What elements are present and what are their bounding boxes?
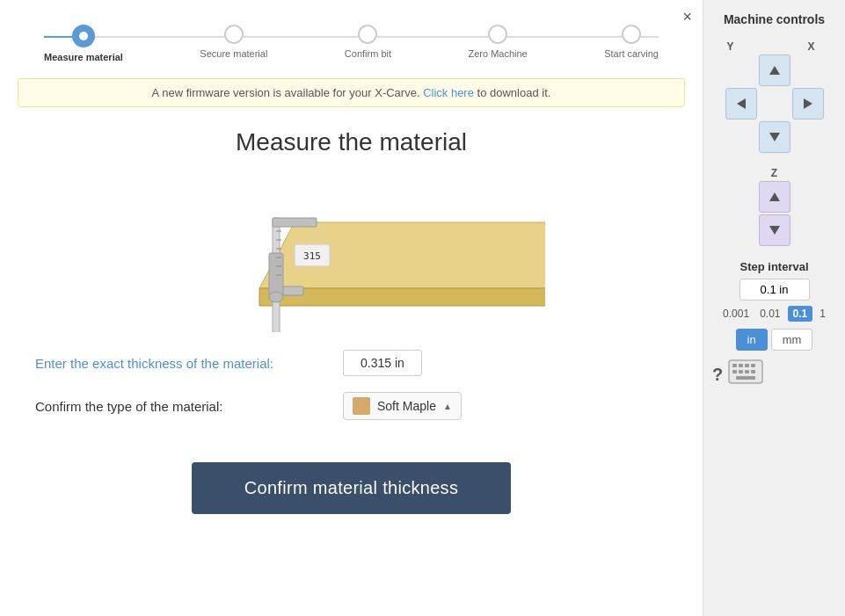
material-row: Confirm the type of the material: Soft M… xyxy=(35,392,667,420)
direction-pad xyxy=(725,54,824,153)
svg-marker-21 xyxy=(769,192,780,201)
keyboard-area: ? xyxy=(712,359,836,389)
step-label-measure: Measure material xyxy=(44,52,123,62)
step-label-carve: Start carving xyxy=(604,48,659,59)
svg-rect-28 xyxy=(732,370,737,373)
step-measure-material[interactable]: Measure material xyxy=(44,25,123,62)
empty-top-right xyxy=(792,54,824,86)
svg-marker-22 xyxy=(769,226,780,235)
machine-controls-panel: Machine controls Y X Z xyxy=(703,0,845,616)
close-button[interactable]: × xyxy=(682,9,692,25)
step-secure-material[interactable]: Secure material xyxy=(200,25,267,59)
step-start-carving[interactable]: Start carving xyxy=(604,25,659,59)
firmware-text-before: A new firmware version is available for … xyxy=(152,86,420,99)
z-section: Z xyxy=(759,167,790,246)
material-label: Confirm the type of the material: xyxy=(35,399,334,414)
step-values-row: 0.001 0.01 0.1 1 xyxy=(712,306,836,322)
form-area: Enter the exact thickness of the materia… xyxy=(0,341,703,445)
svg-rect-27 xyxy=(751,364,755,367)
unit-mm-button[interactable]: mm xyxy=(771,329,813,351)
step-val-01[interactable]: 0.1 xyxy=(788,306,813,322)
step-interval-section: Step interval 0.001 0.01 0.1 1 in mm ? xyxy=(712,260,836,389)
svg-marker-19 xyxy=(804,98,812,109)
svg-rect-5 xyxy=(273,218,317,227)
unit-in-button[interactable]: in xyxy=(736,329,768,351)
machine-controls-title: Machine controls xyxy=(724,12,825,26)
firmware-link[interactable]: Click here xyxy=(423,86,474,99)
move-right-button[interactable] xyxy=(792,88,824,120)
thickness-label-post: of the material: xyxy=(183,356,273,371)
keyboard-icon xyxy=(728,359,763,389)
svg-text:315: 315 xyxy=(303,250,321,262)
material-dropdown[interactable]: Soft Maple ▲ xyxy=(343,392,462,420)
thickness-label-highlight: exact thickness xyxy=(92,356,183,371)
z-up-button[interactable] xyxy=(759,181,790,213)
step-circle-zero xyxy=(488,25,507,44)
step-interval-label: Step interval xyxy=(712,260,836,273)
svg-point-14 xyxy=(269,292,283,302)
x-axis-label: X xyxy=(807,40,814,53)
progress-section: Measure material Secure material Confirm… xyxy=(0,0,703,71)
svg-marker-20 xyxy=(769,133,780,141)
thickness-input[interactable] xyxy=(343,350,422,376)
svg-rect-25 xyxy=(739,364,743,367)
step-val-001[interactable]: 0.01 xyxy=(756,306,783,322)
svg-rect-29 xyxy=(739,370,743,373)
step-val-0001[interactable]: 0.001 xyxy=(719,306,753,322)
caliper-svg: 315 xyxy=(158,174,545,332)
svg-marker-17 xyxy=(769,66,780,75)
svg-rect-26 xyxy=(745,364,749,367)
help-icon[interactable]: ? xyxy=(712,365,723,385)
empty-bottom-right xyxy=(792,121,824,153)
center-empty xyxy=(759,88,790,120)
material-illustration: 315 xyxy=(158,174,545,332)
step-confirm-bit[interactable]: Confirm bit xyxy=(345,25,391,59)
material-swatch xyxy=(353,397,370,415)
z-axis-label: Z xyxy=(759,167,790,179)
move-down-button[interactable] xyxy=(759,121,790,153)
move-left-button[interactable] xyxy=(725,88,757,120)
move-up-button[interactable] xyxy=(759,54,790,86)
z-grid xyxy=(759,181,790,246)
thickness-row: Enter the exact thickness of the materia… xyxy=(35,350,667,376)
empty-bottom-left xyxy=(725,121,757,153)
firmware-text-after: to download it. xyxy=(477,86,551,99)
unit-buttons: in mm xyxy=(712,329,836,351)
illustration-area: 315 xyxy=(18,165,685,341)
step-val-1[interactable]: 1 xyxy=(816,306,829,322)
step-circle-measure xyxy=(72,25,95,47)
step-zero-machine[interactable]: Zero Machine xyxy=(468,25,527,59)
step-circle-bit xyxy=(358,25,377,44)
steps-wrapper: Measure material Secure material Confirm… xyxy=(35,25,667,62)
step-circle-carve xyxy=(622,25,641,44)
step-interval-input[interactable] xyxy=(739,279,810,301)
svg-marker-18 xyxy=(737,98,746,109)
y-axis-label: Y xyxy=(727,40,734,53)
svg-rect-31 xyxy=(751,370,755,373)
axis-labels-row: Y X xyxy=(727,40,822,53)
main-content: × Measure material Secure material Confi… xyxy=(0,0,703,616)
material-name: Soft Maple xyxy=(377,399,436,413)
firmware-banner: A new firmware version is available for … xyxy=(18,78,685,107)
confirm-section: Confirm material thickness xyxy=(0,462,703,514)
dropdown-arrow-icon: ▲ xyxy=(443,402,452,411)
step-label-bit: Confirm bit xyxy=(345,48,391,59)
empty-top-left xyxy=(725,54,757,86)
confirm-thickness-button[interactable]: Confirm material thickness xyxy=(192,462,511,514)
thickness-label-pre: Enter the xyxy=(35,356,92,371)
svg-rect-32 xyxy=(736,376,755,380)
step-circle-secure xyxy=(224,25,244,44)
page-title: Measure the material xyxy=(0,128,703,156)
svg-rect-30 xyxy=(745,370,749,373)
svg-rect-24 xyxy=(732,364,737,367)
z-down-button[interactable] xyxy=(759,214,790,246)
step-label-secure: Secure material xyxy=(200,48,267,59)
step-label-zero: Zero Machine xyxy=(468,48,527,59)
thickness-label: Enter the exact thickness of the materia… xyxy=(35,356,334,371)
